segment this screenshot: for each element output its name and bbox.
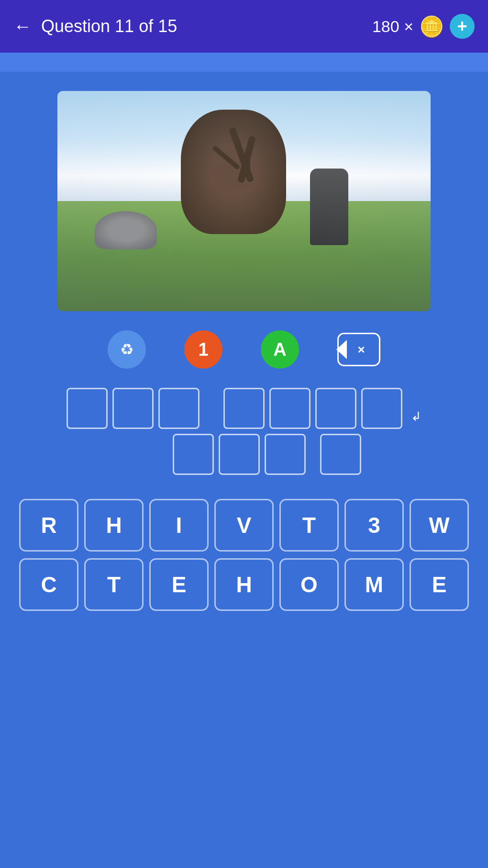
answer-box-7[interactable] <box>361 388 402 429</box>
del-x-icon: × <box>357 342 365 357</box>
answer-box-4[interactable] <box>223 388 265 429</box>
game-scene <box>57 91 431 311</box>
key-C[interactable]: C <box>19 558 78 611</box>
answer-box-5[interactable] <box>269 388 311 429</box>
keyboard-row-1: R H I V T 3 W <box>14 499 474 552</box>
action-buttons-row: ♻ 1 A × <box>0 330 488 369</box>
answer-row-2 <box>14 434 474 475</box>
add-coins-button[interactable]: + <box>450 14 475 39</box>
key-H[interactable]: H <box>84 499 144 552</box>
key-H2[interactable]: H <box>214 558 274 611</box>
answer-box-1[interactable] <box>67 388 108 429</box>
coins-icon: 🪙 <box>419 15 444 38</box>
key-3[interactable]: 3 <box>344 499 404 552</box>
hint-1-label: 1 <box>198 339 208 360</box>
answer-box-10[interactable] <box>265 434 306 475</box>
delete-button[interactable]: × <box>337 333 380 366</box>
answer-row-1: ↲ <box>14 388 474 429</box>
key-E[interactable]: E <box>149 558 209 611</box>
line-break-arrow: ↲ <box>411 409 421 424</box>
key-O[interactable]: O <box>279 558 339 611</box>
coins-count: 180 × <box>372 17 413 36</box>
key-V[interactable]: V <box>214 499 274 552</box>
fog-overlay <box>57 91 431 311</box>
header-right: 180 × 🪙 + <box>372 14 475 39</box>
key-T[interactable]: T <box>279 499 339 552</box>
answer-box-9[interactable] <box>219 434 260 475</box>
back-button[interactable]: ← <box>13 17 32 35</box>
hint-a-button[interactable]: A <box>261 330 299 369</box>
header: ← Question 11 of 15 180 × 🪙 + <box>0 0 488 53</box>
key-I[interactable]: I <box>149 499 209 552</box>
answer-box-8[interactable] <box>173 434 214 475</box>
del-arrow-icon <box>336 340 347 359</box>
trash-button[interactable]: ♻ <box>108 330 146 369</box>
keyboard: R H I V T 3 W C T E H O M E <box>0 485 488 632</box>
answer-box-2[interactable] <box>112 388 154 429</box>
keyboard-row-2: C T E H O M E <box>14 558 474 611</box>
answer-box-11[interactable] <box>320 434 361 475</box>
answer-spacer <box>204 388 219 429</box>
question-progress: Question 11 of 15 <box>41 16 177 36</box>
key-M[interactable]: M <box>344 558 404 611</box>
answer-row2-spacer <box>127 434 168 475</box>
key-W[interactable]: W <box>410 499 469 552</box>
hint-1-button[interactable]: 1 <box>184 330 222 369</box>
answer-section: ↲ <box>0 378 488 485</box>
answer-box-3[interactable] <box>158 388 200 429</box>
key-E2[interactable]: E <box>410 558 469 611</box>
header-left: ← Question 11 of 15 <box>13 16 177 36</box>
key-R[interactable]: R <box>19 499 78 552</box>
sub-header-bar <box>0 53 488 72</box>
answer-box-6[interactable] <box>315 388 356 429</box>
trash-icon: ♻ <box>120 340 134 359</box>
question-image <box>57 91 431 311</box>
key-T2[interactable]: T <box>84 558 144 611</box>
hint-a-label: A <box>273 339 286 360</box>
